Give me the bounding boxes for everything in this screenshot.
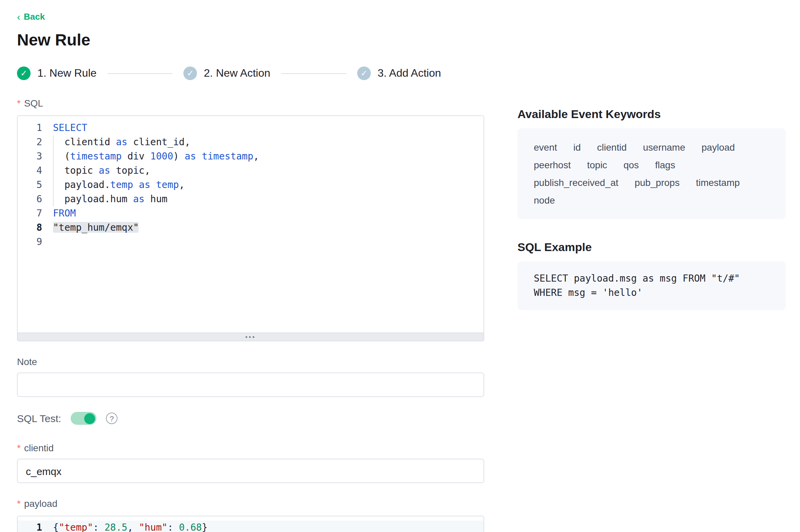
line-number: 3 xyxy=(18,149,42,164)
code-token: } xyxy=(202,522,207,532)
code-line: 3(timestamp div 1000) as timestamp, xyxy=(18,149,484,164)
code-content: FROM xyxy=(42,206,76,221)
code-token: : xyxy=(167,522,179,532)
code-content: topic as topic, xyxy=(42,164,150,178)
sql-example-box: SELECT payload.msg as msg FROM "t/#"WHER… xyxy=(517,261,786,310)
page-layout: ‹ Back New Rule ✓1. New Rule✓2. New Acti… xyxy=(0,0,800,532)
code-line: 7FROM xyxy=(18,206,484,221)
code-token: FROM xyxy=(53,208,76,218)
code-token: temp xyxy=(156,179,179,190)
code-token: timestamp xyxy=(70,151,122,162)
step-label: 2. New Action xyxy=(204,67,270,79)
code-token: , xyxy=(253,151,259,162)
event-keyword: payload xyxy=(702,142,735,153)
code-token xyxy=(150,179,156,190)
toggle-knob xyxy=(84,413,95,424)
code-token: 1000 xyxy=(150,151,173,162)
new-rule-page: ‹ Back New Rule ✓1. New Rule✓2. New Acti… xyxy=(0,0,800,532)
sql-test-label: SQL Test: xyxy=(17,413,61,424)
step-separator xyxy=(107,73,172,74)
sql-field-label: * SQL xyxy=(17,98,484,109)
code-token: payload. xyxy=(65,179,110,190)
note-field-label: Note xyxy=(17,356,484,367)
payload-code-editor[interactable]: 1{"temp": 28.5, "hum": 0.68} xyxy=(17,516,484,532)
code-content: clientid as client_id, xyxy=(42,135,190,149)
event-keyword: id xyxy=(574,142,581,153)
event-keyword: qos xyxy=(623,159,639,170)
line-number: 1 xyxy=(18,121,42,135)
event-keyword: publish_received_at xyxy=(534,177,618,188)
code-token: as xyxy=(133,193,145,204)
code-token: payload.hum xyxy=(65,193,133,204)
editor-resize-handle[interactable]: ••• xyxy=(17,333,484,341)
code-token: topic, xyxy=(110,165,150,176)
code-token: ( xyxy=(65,151,70,162)
code-line: 4topic as topic, xyxy=(18,164,484,178)
steps: ✓1. New Rule✓2. New Action✓3. Add Action xyxy=(17,66,484,80)
help-sidebar: Available Event Keywords eventidclientid… xyxy=(517,11,786,532)
keywords-title: Available Event Keywords xyxy=(517,108,786,121)
line-number: 5 xyxy=(18,178,42,192)
code-token: as xyxy=(99,165,110,176)
event-keyword: clientid xyxy=(597,142,626,153)
code-token: ) xyxy=(173,151,185,162)
sql-label-text: SQL xyxy=(24,98,43,109)
line-number: 7 xyxy=(18,206,42,221)
sql-example-line: SELECT payload.msg as msg FROM "t/#" xyxy=(534,271,769,286)
payload-field-label: * payload xyxy=(17,498,484,509)
line-number: 9 xyxy=(18,235,42,249)
code-token: client_id, xyxy=(127,136,190,147)
code-token: "temp" xyxy=(59,522,93,532)
help-icon[interactable]: ? xyxy=(106,413,117,424)
note-input[interactable] xyxy=(17,373,484,397)
code-content xyxy=(42,235,53,249)
sql-example-line: WHERE msg = 'hello' xyxy=(534,286,769,300)
code-token xyxy=(133,179,139,190)
payload-label-text: payload xyxy=(24,498,57,509)
required-marker: * xyxy=(17,98,21,109)
code-content: "temp_hum/emqx" xyxy=(42,221,139,235)
event-keyword: event xyxy=(534,142,557,153)
event-keyword: flags xyxy=(655,159,675,170)
sql-test-row: SQL Test: ? xyxy=(17,412,484,425)
code-token: timestamp xyxy=(202,151,253,162)
event-keyword: username xyxy=(643,142,686,153)
resize-dots-icon: ••• xyxy=(246,335,256,339)
clientid-label-text: clientid xyxy=(24,442,54,453)
clientid-field-label: * clientid xyxy=(17,442,484,453)
step-item-1[interactable]: ✓1. New Rule xyxy=(17,66,96,80)
code-token: temp xyxy=(110,179,133,190)
event-keyword: pub_props xyxy=(635,177,679,188)
step-item-3[interactable]: ✓3. Add Action xyxy=(357,66,441,80)
code-content: {"temp": 28.5, "hum": 0.68} xyxy=(42,520,207,532)
code-content: payload.hum as hum xyxy=(42,192,167,206)
code-token: as xyxy=(139,179,150,190)
sql-code-editor[interactable]: 1SELECT2clientid as client_id,3(timestam… xyxy=(17,115,484,333)
line-number: 6 xyxy=(18,192,42,206)
code-token: hum xyxy=(145,193,167,204)
code-token: "hum" xyxy=(139,522,167,532)
code-token: 0.68 xyxy=(179,522,202,532)
code-token: as xyxy=(116,136,127,147)
indent-guide-icon xyxy=(53,164,65,178)
code-line: 8"temp_hum/emqx" xyxy=(18,221,484,235)
step-label: 1. New Rule xyxy=(37,67,96,79)
code-content: payload.temp as temp, xyxy=(42,178,185,192)
back-button[interactable]: ‹ Back xyxy=(17,12,45,22)
clientid-input[interactable] xyxy=(17,459,484,483)
required-marker: * xyxy=(17,442,21,453)
code-token: , xyxy=(127,522,139,532)
step-item-2[interactable]: ✓2. New Action xyxy=(183,66,270,80)
code-token: div xyxy=(122,151,150,162)
rule-form-column: ‹ Back New Rule ✓1. New Rule✓2. New Acti… xyxy=(17,11,484,532)
keywords-box: eventidclientidusernamepayloadpeerhostto… xyxy=(517,128,786,219)
sql-example-title: SQL Example xyxy=(517,241,786,254)
code-token: "temp_hum/emqx" xyxy=(53,222,139,233)
code-line: 1SELECT xyxy=(18,121,484,135)
step-label: 3. Add Action xyxy=(378,67,441,79)
code-token: clientid xyxy=(65,136,116,147)
sql-test-toggle[interactable] xyxy=(71,412,96,425)
step-check-icon: ✓ xyxy=(357,66,371,80)
code-token xyxy=(196,151,202,162)
code-token: SELECT xyxy=(53,122,87,133)
